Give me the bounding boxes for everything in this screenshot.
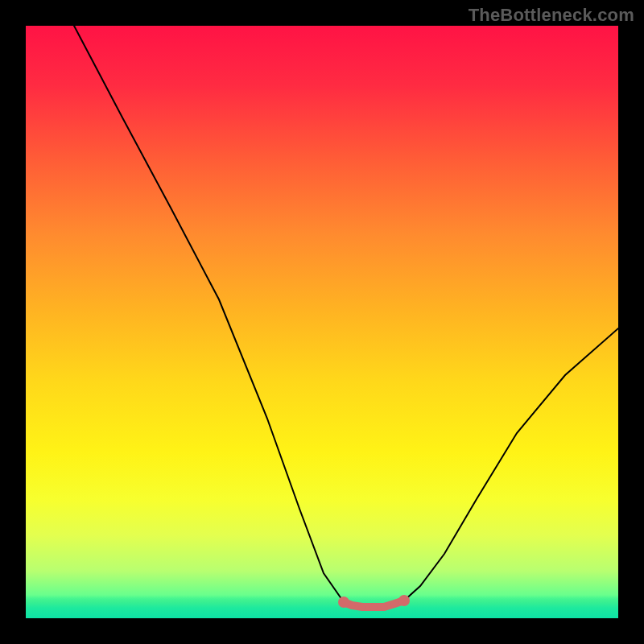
chart-frame: TheBottleneck.com <box>0 0 644 644</box>
bottleneck-curve <box>74 26 618 607</box>
watermark-label: TheBottleneck.com <box>469 5 634 26</box>
floor-dot <box>359 604 366 611</box>
floor-dot <box>338 597 349 608</box>
floor-dot <box>381 604 388 611</box>
floor-dot <box>398 595 410 606</box>
floor-dot <box>370 604 378 611</box>
floor-dot <box>349 602 356 609</box>
curve-layer <box>26 26 618 618</box>
floor-dot <box>391 601 398 608</box>
plot-area <box>26 26 618 618</box>
